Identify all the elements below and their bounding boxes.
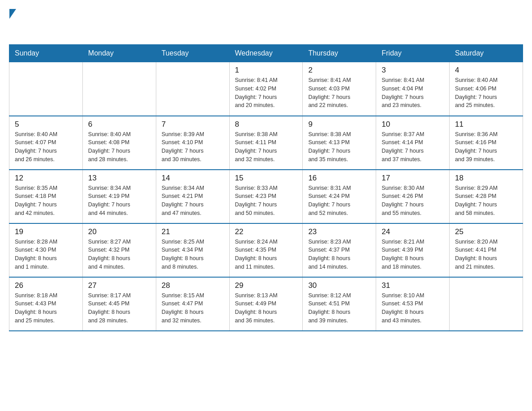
day-info: Sunrise: 8:40 AMSunset: 4:06 PMDaylight:… xyxy=(455,76,517,110)
day-number: 26 xyxy=(15,281,77,290)
day-number: 14 xyxy=(162,174,224,183)
day-cell: 24Sunrise: 8:21 AMSunset: 4:39 PMDayligh… xyxy=(376,223,450,277)
day-number: 24 xyxy=(382,227,444,236)
day-cell: 15Sunrise: 8:33 AMSunset: 4:23 PMDayligh… xyxy=(229,170,303,223)
day-info: Sunrise: 8:25 AMSunset: 4:34 PMDaylight:… xyxy=(162,238,224,271)
day-number: 7 xyxy=(162,120,224,129)
day-cell xyxy=(9,62,83,116)
day-info: Sunrise: 8:36 AMSunset: 4:16 PMDaylight:… xyxy=(455,130,517,164)
week-row-4: 19Sunrise: 8:28 AMSunset: 4:30 PMDayligh… xyxy=(9,223,523,277)
day-cell: 9Sunrise: 8:38 AMSunset: 4:13 PMDaylight… xyxy=(303,116,376,170)
day-number: 8 xyxy=(235,120,297,129)
day-info: Sunrise: 8:18 AMSunset: 4:43 PMDaylight:… xyxy=(15,291,77,325)
day-number: 30 xyxy=(308,281,370,290)
day-cell: 30Sunrise: 8:12 AMSunset: 4:51 PMDayligh… xyxy=(303,277,376,331)
week-row-5: 26Sunrise: 8:18 AMSunset: 4:43 PMDayligh… xyxy=(9,277,523,331)
header-friday: Friday xyxy=(376,45,450,62)
day-number: 27 xyxy=(88,281,150,290)
day-info: Sunrise: 8:34 AMSunset: 4:21 PMDaylight:… xyxy=(162,184,224,218)
header-saturday: Saturday xyxy=(450,45,523,62)
day-number: 20 xyxy=(88,227,150,236)
header-thursday: Thursday xyxy=(303,45,376,62)
week-row-3: 12Sunrise: 8:35 AMSunset: 4:18 PMDayligh… xyxy=(9,170,523,223)
day-cell: 13Sunrise: 8:34 AMSunset: 4:19 PMDayligh… xyxy=(82,170,156,223)
day-info: Sunrise: 8:33 AMSunset: 4:23 PMDaylight:… xyxy=(235,184,297,218)
day-info: Sunrise: 8:12 AMSunset: 4:51 PMDaylight:… xyxy=(308,291,370,325)
day-info: Sunrise: 8:13 AMSunset: 4:49 PMDaylight:… xyxy=(235,291,297,325)
day-cell: 28Sunrise: 8:15 AMSunset: 4:47 PMDayligh… xyxy=(156,277,229,331)
day-cell: 29Sunrise: 8:13 AMSunset: 4:49 PMDayligh… xyxy=(229,277,303,331)
day-cell: 25Sunrise: 8:20 AMSunset: 4:41 PMDayligh… xyxy=(450,223,523,277)
logo-triangle-icon xyxy=(9,9,16,19)
day-number: 16 xyxy=(308,174,370,183)
day-info: Sunrise: 8:38 AMSunset: 4:11 PMDaylight:… xyxy=(235,130,297,164)
day-cell: 8Sunrise: 8:38 AMSunset: 4:11 PMDaylight… xyxy=(229,116,303,170)
day-number: 19 xyxy=(15,227,77,236)
day-cell: 18Sunrise: 8:29 AMSunset: 4:28 PMDayligh… xyxy=(450,170,523,223)
day-info: Sunrise: 8:27 AMSunset: 4:32 PMDaylight:… xyxy=(88,238,150,271)
day-info: Sunrise: 8:20 AMSunset: 4:41 PMDaylight:… xyxy=(455,238,517,271)
day-number: 11 xyxy=(455,120,517,129)
day-number: 17 xyxy=(382,174,444,183)
day-info: Sunrise: 8:41 AMSunset: 4:04 PMDaylight:… xyxy=(382,76,444,110)
day-number: 10 xyxy=(382,120,444,129)
day-cell: 20Sunrise: 8:27 AMSunset: 4:32 PMDayligh… xyxy=(82,223,156,277)
day-info: Sunrise: 8:41 AMSunset: 4:02 PMDaylight:… xyxy=(235,76,297,110)
day-info: Sunrise: 8:35 AMSunset: 4:18 PMDaylight:… xyxy=(15,184,77,218)
day-cell: 23Sunrise: 8:23 AMSunset: 4:37 PMDayligh… xyxy=(303,223,376,277)
day-info: Sunrise: 8:17 AMSunset: 4:45 PMDaylight:… xyxy=(88,291,150,325)
header xyxy=(9,9,523,35)
calendar-table: Sunday Monday Tuesday Wednesday Thursday… xyxy=(9,44,523,331)
day-cell: 16Sunrise: 8:31 AMSunset: 4:24 PMDayligh… xyxy=(303,170,376,223)
header-sunday: Sunday xyxy=(9,45,83,62)
day-info: Sunrise: 8:21 AMSunset: 4:39 PMDaylight:… xyxy=(382,238,444,271)
day-cell: 22Sunrise: 8:24 AMSunset: 4:35 PMDayligh… xyxy=(229,223,303,277)
day-number: 6 xyxy=(88,120,150,129)
day-number: 5 xyxy=(15,120,77,129)
day-info: Sunrise: 8:28 AMSunset: 4:30 PMDaylight:… xyxy=(15,238,77,271)
day-number: 9 xyxy=(308,120,370,129)
day-info: Sunrise: 8:31 AMSunset: 4:24 PMDaylight:… xyxy=(308,184,370,218)
day-info: Sunrise: 8:24 AMSunset: 4:35 PMDaylight:… xyxy=(235,238,297,271)
day-cell xyxy=(450,277,523,331)
day-info: Sunrise: 8:37 AMSunset: 4:14 PMDaylight:… xyxy=(382,130,444,164)
day-number: 3 xyxy=(382,66,444,75)
day-number: 4 xyxy=(455,66,517,75)
day-cell xyxy=(156,62,229,116)
day-cell: 3Sunrise: 8:41 AMSunset: 4:04 PMDaylight… xyxy=(376,62,450,116)
day-cell: 17Sunrise: 8:30 AMSunset: 4:26 PMDayligh… xyxy=(376,170,450,223)
day-info: Sunrise: 8:10 AMSunset: 4:53 PMDaylight:… xyxy=(382,291,444,325)
day-number: 22 xyxy=(235,227,297,236)
logo-blue-text xyxy=(9,21,10,35)
day-cell: 7Sunrise: 8:39 AMSunset: 4:10 PMDaylight… xyxy=(156,116,229,170)
day-number: 23 xyxy=(308,227,370,236)
day-number: 1 xyxy=(235,66,297,75)
day-info: Sunrise: 8:23 AMSunset: 4:37 PMDaylight:… xyxy=(308,238,370,271)
day-cell: 26Sunrise: 8:18 AMSunset: 4:43 PMDayligh… xyxy=(9,277,83,331)
header-wednesday: Wednesday xyxy=(229,45,303,62)
day-cell: 1Sunrise: 8:41 AMSunset: 4:02 PMDaylight… xyxy=(229,62,303,116)
day-number: 25 xyxy=(455,227,517,236)
day-number: 21 xyxy=(162,227,224,236)
week-row-1: 1Sunrise: 8:41 AMSunset: 4:02 PMDaylight… xyxy=(9,62,523,116)
day-number: 15 xyxy=(235,174,297,183)
day-cell: 10Sunrise: 8:37 AMSunset: 4:14 PMDayligh… xyxy=(376,116,450,170)
header-tuesday: Tuesday xyxy=(156,45,229,62)
day-cell: 27Sunrise: 8:17 AMSunset: 4:45 PMDayligh… xyxy=(82,277,156,331)
day-cell: 12Sunrise: 8:35 AMSunset: 4:18 PMDayligh… xyxy=(9,170,83,223)
day-number: 31 xyxy=(382,281,444,290)
day-number: 28 xyxy=(162,281,224,290)
day-number: 18 xyxy=(455,174,517,183)
day-number: 13 xyxy=(88,174,150,183)
logo xyxy=(9,9,16,35)
day-info: Sunrise: 8:41 AMSunset: 4:03 PMDaylight:… xyxy=(308,76,370,110)
day-info: Sunrise: 8:38 AMSunset: 4:13 PMDaylight:… xyxy=(308,130,370,164)
day-number: 29 xyxy=(235,281,297,290)
day-info: Sunrise: 8:34 AMSunset: 4:19 PMDaylight:… xyxy=(88,184,150,218)
day-number: 2 xyxy=(308,66,370,75)
day-info: Sunrise: 8:40 AMSunset: 4:08 PMDaylight:… xyxy=(88,130,150,164)
day-number: 12 xyxy=(15,174,77,183)
day-cell: 5Sunrise: 8:40 AMSunset: 4:07 PMDaylight… xyxy=(9,116,83,170)
day-cell: 6Sunrise: 8:40 AMSunset: 4:08 PMDaylight… xyxy=(82,116,156,170)
week-row-2: 5Sunrise: 8:40 AMSunset: 4:07 PMDaylight… xyxy=(9,116,523,170)
